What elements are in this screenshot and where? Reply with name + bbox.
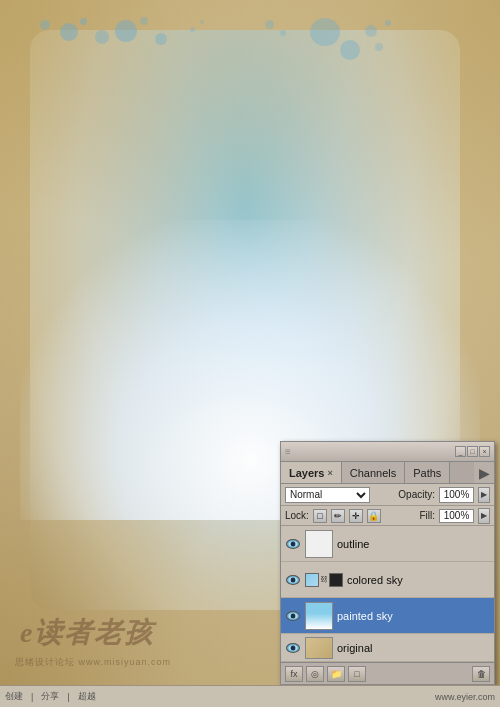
layer-thumb-outline	[305, 530, 333, 558]
bottom-bar-separator-2: |	[67, 692, 69, 702]
layer-thumb-sky-main	[305, 573, 319, 587]
panel-title-area: ≡	[285, 446, 291, 457]
titlebar-buttons: _ □ ×	[455, 446, 490, 457]
fill-input[interactable]	[439, 509, 474, 523]
lock-position-button[interactable]: ✛	[349, 509, 363, 523]
lock-label: Lock:	[285, 510, 309, 521]
eye-icon-outline	[286, 539, 300, 549]
layer-thumb-pair-colored-sky: ⛓	[305, 573, 343, 587]
layer-thumb-sky-mask	[329, 573, 343, 587]
layer-styles-button[interactable]: fx	[285, 666, 303, 682]
watermark-text: e读者老孩	[20, 614, 154, 652]
lock-all-button[interactable]: 🔒	[367, 509, 381, 523]
layer-name-outline: outline	[337, 538, 490, 550]
bottom-bar-item-2: 分享	[41, 690, 59, 703]
opacity-label: Opacity:	[398, 489, 435, 500]
lock-image-button[interactable]: ✏	[331, 509, 345, 523]
close-button[interactable]: ×	[479, 446, 490, 457]
new-layer-button[interactable]: □	[348, 666, 366, 682]
layer-name-colored-sky: colored sky	[347, 574, 490, 586]
bottom-bar-separator-1: |	[31, 692, 33, 702]
layer-name-original: original	[337, 642, 490, 654]
chain-icon: ⛓	[320, 573, 328, 587]
lock-row: Lock: □ ✏ ✛ 🔒 Fill: ▶	[281, 506, 494, 526]
blend-mode-row: Normal Multiply Screen Overlay Opacity: …	[281, 484, 494, 506]
layer-thumb-painted-sky	[305, 602, 333, 630]
layer-thumb-original	[305, 637, 333, 659]
delete-layer-button[interactable]: 🗑	[472, 666, 490, 682]
layer-name-painted-sky: painted sky	[337, 610, 490, 622]
panel-titlebar: ≡ _ □ ×	[281, 442, 494, 462]
layer-row-original[interactable]: original	[281, 634, 494, 662]
blend-mode-select[interactable]: Normal Multiply Screen Overlay	[285, 487, 370, 503]
panel-bottom-toolbar: fx ◎ 📁 □ 🗑	[281, 662, 494, 684]
layer-visibility-colored-sky[interactable]	[285, 572, 301, 588]
fill-label: Fill:	[419, 510, 435, 521]
tab-paths[interactable]: Paths	[405, 462, 450, 483]
layer-row-colored-sky[interactable]: ⛓ colored sky	[281, 562, 494, 598]
tab-layers[interactable]: Layers ×	[281, 462, 342, 483]
panel-grip: ≡	[285, 446, 291, 457]
new-group-button[interactable]: 📁	[327, 666, 345, 682]
fill-arrow[interactable]: ▶	[478, 508, 490, 524]
tab-channels[interactable]: Channels	[342, 462, 405, 483]
watermark-sub: 思绪设计论坛 www.misiyuan.com	[15, 656, 171, 669]
tab-spacer	[450, 462, 474, 483]
layers-panel: ≡ _ □ × Layers × Channels Paths ▶ Normal…	[280, 441, 495, 685]
bottom-bar-item-3: 超越	[78, 690, 96, 703]
layer-mask-button[interactable]: ◎	[306, 666, 324, 682]
bottom-bar: 创建 | 分享 | 超越 www.eyier.com	[0, 685, 500, 707]
lock-transparent-button[interactable]: □	[313, 509, 327, 523]
eye-icon-colored-sky	[286, 575, 300, 585]
maximize-button[interactable]: □	[467, 446, 478, 457]
tab-layers-close[interactable]: ×	[327, 468, 332, 478]
eye-icon-original	[286, 643, 300, 653]
bottom-bar-item-1: 创建	[5, 690, 23, 703]
panel-menu-button[interactable]: ▶	[474, 462, 494, 484]
layer-row-painted-sky[interactable]: painted sky	[281, 598, 494, 634]
eye-icon-painted-sky	[286, 611, 300, 621]
minimize-button[interactable]: _	[455, 446, 466, 457]
ink-splatter-top	[20, 15, 380, 95]
website-text: www.eyier.com	[435, 692, 495, 702]
opacity-input[interactable]	[439, 487, 474, 503]
panel-tabs: Layers × Channels Paths ▶	[281, 462, 494, 484]
layer-visibility-outline[interactable]	[285, 536, 301, 552]
layer-visibility-painted-sky[interactable]	[285, 608, 301, 624]
layer-visibility-original[interactable]	[285, 640, 301, 656]
layer-row-outline[interactable]: outline	[281, 526, 494, 562]
opacity-arrow[interactable]: ▶	[478, 487, 490, 503]
